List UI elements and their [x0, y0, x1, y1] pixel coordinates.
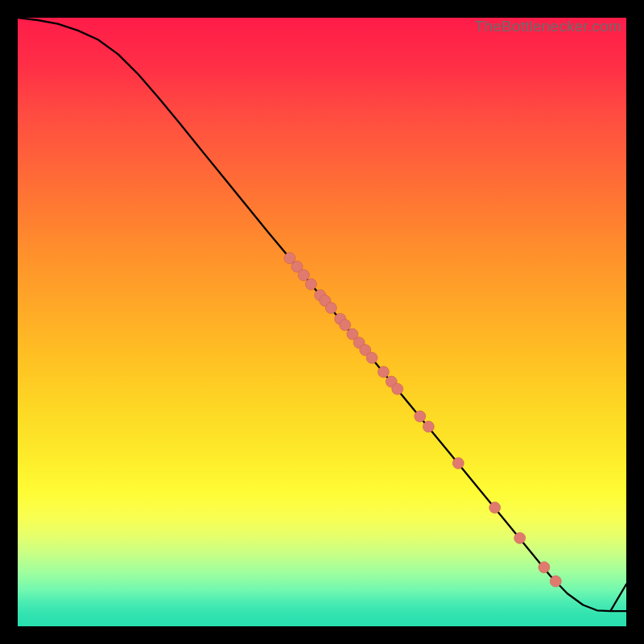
data-point — [452, 457, 464, 469]
data-point — [325, 303, 336, 314]
data-point — [366, 353, 378, 364]
data-point — [514, 532, 526, 543]
data-point — [305, 279, 316, 290]
data-point — [489, 502, 501, 514]
data-point — [392, 383, 403, 394]
data-point — [340, 320, 351, 331]
curve-line — [18, 18, 626, 611]
chart-container: { "watermark": "TheBottlenecker.com", "c… — [0, 0, 644, 644]
data-point — [423, 421, 434, 432]
data-point — [298, 270, 309, 281]
data-point — [378, 366, 389, 378]
chart-svg — [18, 18, 626, 626]
data-point — [550, 576, 561, 587]
data-point — [539, 562, 550, 573]
plot-area: TheBottlenecker.com — [18, 18, 626, 626]
data-point — [415, 411, 426, 422]
